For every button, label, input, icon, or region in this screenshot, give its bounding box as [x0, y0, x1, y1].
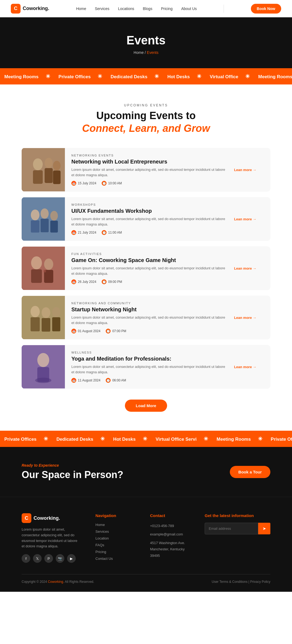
- footer-contact-heading: Contact: [150, 513, 188, 518]
- logo-icon: C: [11, 4, 21, 14]
- newsletter-form: ➤: [205, 523, 270, 534]
- event-date: 📅 11 August 2024: [71, 378, 100, 383]
- svg-point-16: [44, 259, 53, 270]
- events-section: UPCOMING EVENTS Upcoming Events to Conne…: [0, 84, 292, 431]
- event-date: 📅 26 July 2024: [71, 279, 96, 284]
- event-card: NETWORKING EVENTS Networking with Local …: [22, 148, 270, 192]
- event-time: 🕐 07:00 PM: [106, 329, 126, 334]
- svg-rect-4: [33, 170, 43, 184]
- event-category: WELLNESS: [71, 351, 228, 354]
- event-learn-more-link[interactable]: Lean more →: [234, 365, 264, 369]
- event-learn-more-link[interactable]: Lean more →: [234, 316, 264, 320]
- event-card: WELLNESS Yoga and Meditation for Profess…: [22, 345, 270, 389]
- footer-nav-contact[interactable]: Contact Us: [95, 557, 134, 561]
- event-link-wrap: Lean more →: [234, 217, 270, 221]
- social-icons: f 𝕏 P 📷 ▶: [22, 554, 79, 563]
- book-now-button[interactable]: Book Now: [251, 4, 281, 14]
- footer-nav-list: Home Services Location FAQs Pricing Cont…: [95, 523, 134, 561]
- svg-point-15: [31, 256, 42, 269]
- nav-blogs[interactable]: Blogs: [143, 6, 152, 11]
- event-desc: Lorem ipsum dolor sit amet, consectetur …: [71, 167, 228, 178]
- footer-copyright: Copyright © 2024 Coworking. All Rights R…: [22, 580, 94, 584]
- event-card: FUN ACTIVITIES Game On: Coworking Space …: [22, 246, 270, 290]
- calendar-icon: 📅: [71, 279, 76, 284]
- footer-nav-heading: Navigation: [95, 513, 134, 518]
- event-name: Networking with Local Entrepreneurs: [71, 159, 228, 165]
- event-desc: Lorem ipsum dolor sit amet, consectetur …: [71, 315, 228, 325]
- footer-bottom: Copyright © 2024 Coworking. All Rights R…: [22, 580, 270, 584]
- svg-rect-20: [22, 296, 65, 339]
- svg-rect-26: [52, 317, 60, 331]
- events-section-subtitle: Connect, Learn, and Grow: [22, 123, 270, 134]
- youtube-icon[interactable]: ▶: [67, 554, 76, 563]
- event-category: WORKSHOPS: [71, 203, 228, 206]
- event-desc: Lorem ipsum dolor sit amet, consectetur …: [71, 364, 228, 375]
- event-category: NETWORKING AND COMMUNITY: [71, 302, 228, 305]
- pinterest-icon[interactable]: P: [44, 554, 53, 563]
- twitter-icon[interactable]: 𝕏: [33, 554, 42, 563]
- footer-nav-pricing[interactable]: Pricing: [95, 550, 134, 554]
- breadcrumb-current: Events: [147, 50, 158, 55]
- event-meta: 📅 26 July 2024 🕐 09:00 PM: [71, 279, 228, 284]
- footer-nav-services[interactable]: Services: [95, 529, 134, 534]
- event-meta: 📅 21 July 2024 🕐 11:00 AM: [71, 230, 228, 235]
- event-learn-more-link[interactable]: Lean more →: [234, 168, 264, 172]
- footer-nav-location[interactable]: Location: [95, 536, 134, 540]
- newsletter-submit-button[interactable]: ➤: [258, 523, 270, 534]
- footer-top: C Coworking. Lorem ipsum dolor sit amet,…: [22, 513, 270, 563]
- instagram-icon[interactable]: 📷: [56, 554, 64, 563]
- svg-rect-0: [22, 148, 65, 191]
- svg-rect-6: [53, 171, 61, 184]
- event-date: 📅 01 August 2024: [71, 329, 100, 334]
- book-tour-button[interactable]: Book a Tour: [230, 466, 270, 478]
- svg-point-28: [37, 353, 49, 367]
- newsletter-email-input[interactable]: [205, 523, 258, 534]
- breadcrumb-home[interactable]: Home: [134, 50, 144, 55]
- event-desc: Lorem ipsum dolor sit amet, consectetur …: [71, 266, 228, 276]
- svg-point-2: [45, 158, 53, 168]
- footer-newsletter-heading: Get the latest information: [205, 513, 270, 518]
- svg-rect-7: [22, 197, 65, 241]
- load-more-button[interactable]: Load More: [125, 400, 167, 412]
- nav-pricing[interactable]: Pricing: [161, 6, 172, 11]
- contact-phone[interactable]: +0123-456-789: [150, 523, 188, 529]
- footer-logo[interactable]: C Coworking.: [22, 513, 79, 523]
- footer-divider: [22, 574, 270, 574]
- terms-link[interactable]: User Terms & Conditions: [212, 580, 248, 584]
- event-time: 🕐 11:00 AM: [102, 230, 122, 235]
- event-time: 🕐 09:00 PM: [102, 279, 122, 284]
- cta-title: Our Space in Person?: [22, 469, 123, 480]
- marquee-strip-1: Meeting Rooms✳ Private Offices✳ Dedicate…: [0, 68, 292, 84]
- svg-point-21: [31, 306, 40, 317]
- logo[interactable]: C Coworking.: [11, 4, 49, 14]
- event-name: Startup Networking Night: [71, 306, 228, 313]
- footer-nav: Navigation Home Services Location FAQs P…: [95, 513, 134, 563]
- calendar-icon: 📅: [71, 181, 76, 186]
- footer-nav-faqs[interactable]: FAQs: [95, 543, 134, 547]
- calendar-icon: 📅: [71, 230, 76, 235]
- footer-brand: C Coworking. Lorem ipsum dolor sit amet,…: [22, 513, 79, 563]
- privacy-link[interactable]: Privacy Policy: [250, 580, 270, 584]
- event-image: [22, 345, 65, 388]
- cta-section: Ready to Experience Our Space in Person?…: [0, 447, 292, 497]
- event-learn-more-link[interactable]: Lean more →: [234, 217, 264, 221]
- footer-brand-desc: Lorem ipsum dolor sit amet, consectetur …: [22, 527, 79, 549]
- event-learn-more-link[interactable]: Lean more →: [234, 266, 264, 270]
- svg-rect-5: [45, 168, 53, 183]
- nav-about[interactable]: About Us: [181, 6, 197, 11]
- svg-rect-19: [43, 270, 46, 272]
- event-category: NETWORKING EVENTS: [71, 154, 228, 157]
- event-meta: 📅 01 August 2024 🕐 07:00 PM: [71, 329, 228, 334]
- footer-nav-home[interactable]: Home: [95, 523, 134, 527]
- contact-email[interactable]: example@gmail.com: [150, 531, 188, 537]
- nav-services[interactable]: Services: [95, 6, 110, 11]
- footer-brand-link[interactable]: Coworking.: [48, 580, 64, 584]
- nav-locations[interactable]: Locations: [118, 6, 134, 11]
- event-link-wrap: Lean more →: [234, 266, 270, 270]
- event-image: [22, 148, 65, 191]
- event-time: 🕐 06:00 AM: [106, 378, 126, 383]
- contact-address: 4517 Washington Ave. Manchester, Kentuck…: [150, 540, 188, 559]
- facebook-icon[interactable]: f: [22, 554, 30, 563]
- event-name: Yoga and Meditation for Professionals:: [71, 356, 228, 362]
- nav-home[interactable]: Home: [76, 6, 86, 11]
